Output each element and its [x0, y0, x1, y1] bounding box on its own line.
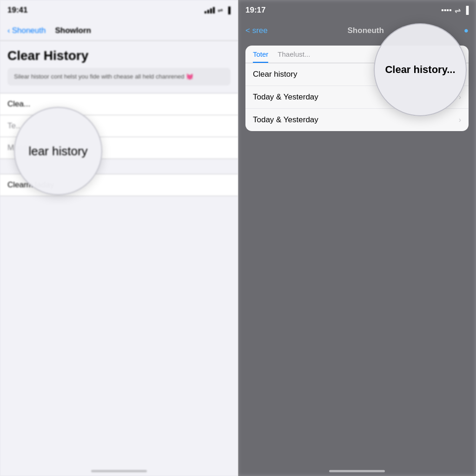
description-left: Silear histoor cont helst you fide with …	[7, 68, 231, 86]
list-item-0[interactable]: Clea...	[0, 93, 238, 115]
page-title-left: Clear History	[0, 41, 238, 68]
back-button-left[interactable]: ‹ Shoneuth	[7, 26, 46, 35]
battery-icon: ▐	[226, 7, 231, 14]
magnify-circle-left: lear history	[14, 107, 102, 195]
tab-thaelust[interactable]: Thaelust...	[278, 50, 310, 63]
chevron-icon-2: ›	[459, 116, 461, 124]
right-content: 19:17 ▪▪▪▪ ⇌ ▐ < sree Shoneuth ● Toter T…	[238, 0, 476, 476]
tab-toter[interactable]: Toter	[253, 50, 268, 63]
time-right: 19:17	[245, 6, 265, 15]
nav-bar-left: ‹ Shoneuth Showlorn	[0, 20, 238, 41]
panel-divider	[238, 0, 238, 476]
battery-icon-right: ▐	[463, 6, 469, 14]
back-button-right[interactable]: < sree	[245, 26, 268, 35]
nav-title-left: Showlorn	[55, 26, 91, 35]
wifi-icon: ⇌	[218, 7, 223, 14]
home-indicator-left	[91, 470, 147, 472]
status-bar-right: 19:17 ▪▪▪▪ ⇌ ▐	[238, 0, 476, 20]
status-icons-right: ▪▪▪▪ ⇌ ▐	[441, 6, 469, 15]
nav-title-right: Shoneuth	[348, 26, 384, 35]
wifi-icon-right: ⇌	[455, 6, 461, 15]
left-panel: 19:41 ⇌ ▐ ‹ Shoneuth Showlorn Clear Hist…	[0, 0, 238, 476]
card-item-label-2: Today & Yesterday	[253, 115, 318, 125]
home-indicator-right	[329, 470, 385, 472]
magnify-text-right: Clear history...	[385, 64, 455, 76]
status-bar-left: 19:41 ⇌ ▐	[0, 0, 238, 20]
back-label-left: Shoneuth	[12, 26, 46, 35]
right-panel: 19:17 ▪▪▪▪ ⇌ ▐ < sree Shoneuth ● Toter T…	[238, 0, 476, 476]
signal-icon-right: ▪▪▪▪	[441, 6, 452, 14]
status-icons-left: ⇌ ▐	[205, 7, 231, 14]
chevron-left-icon: ‹	[7, 26, 10, 35]
nav-action-right[interactable]: ●	[464, 26, 469, 35]
magnify-circle-right: Clear history...	[374, 23, 467, 116]
time-left: 19:41	[7, 6, 27, 15]
signal-icon	[205, 7, 215, 13]
card-item-label-0: Clear history	[253, 70, 297, 79]
magnify-text-left: lear history	[28, 144, 87, 159]
card-item-label-1: Today & Yesterday	[253, 93, 318, 102]
back-label-right: < sree	[245, 26, 268, 35]
